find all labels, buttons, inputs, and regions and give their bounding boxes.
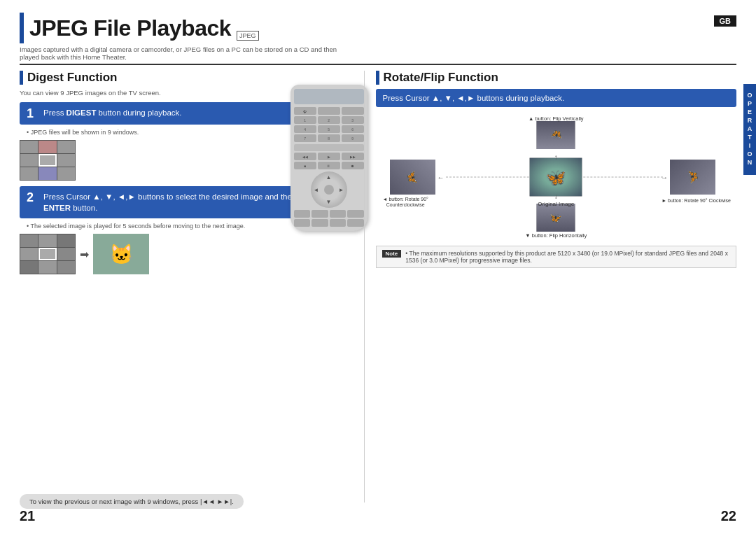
rbtn: 4 <box>294 125 316 133</box>
rbtn: 5 <box>318 125 340 133</box>
right-section-title: Rotate/Flip Function <box>376 71 736 85</box>
thumb-cell <box>20 154 38 167</box>
rotate-diagram: ▲ button: Flip Vertically ▼ button: Flip… <box>376 114 736 240</box>
header: JPEG File Playback JPEG Images captured … <box>20 13 736 65</box>
diag-left-label: ◄ button: Rotate 90°Counterclockwise <box>383 197 428 209</box>
remote-dpad: ◄ ► <box>311 171 347 208</box>
diag-right-image <box>670 160 715 195</box>
page-title: JPEG File Playback <box>29 15 231 41</box>
next-arrow-icon: ➡ <box>80 248 89 261</box>
rbtn: ▶ <box>318 153 340 160</box>
rbtn <box>312 210 328 218</box>
rbtn <box>294 210 311 218</box>
title-badge: JPEG <box>237 31 259 41</box>
thumb-cell <box>57 248 75 260</box>
thumb-cell-center <box>38 154 56 167</box>
page-num-right: 22 <box>721 508 736 524</box>
remote-top-buttons: ⏻ 1 2 3 4 5 6 7 8 9 <box>294 107 364 142</box>
remote-mid-buttons: ◀◀ ▶ ▶▶ ■ ⏸ ⏺ <box>294 153 364 169</box>
left-section-title: Digest Function <box>20 71 353 85</box>
rbtn <box>330 210 346 218</box>
page-container: JPEG File Playback JPEG Images captured … <box>0 0 756 534</box>
thumb-cell <box>38 261 56 274</box>
thumb-cell <box>20 141 38 153</box>
title-row: JPEG File Playback JPEG <box>20 13 356 43</box>
remote-screen <box>294 89 364 104</box>
rbtn-wide <box>294 144 364 151</box>
section-title-bar <box>20 71 23 85</box>
top-img <box>537 121 575 149</box>
note-label: Note <box>382 250 402 258</box>
rbtn: 7 <box>294 134 316 142</box>
header-left: JPEG File Playback JPEG Images captured … <box>20 13 356 61</box>
bottom-tip: To view the previous or next image with … <box>20 494 244 509</box>
left-section: Digest Function You can view 9 JPEG imag… <box>20 71 364 503</box>
thumb-cell <box>57 141 75 153</box>
rbtn <box>347 219 364 227</box>
diag-right-label: ► button: Rotate 90° Clockwise <box>662 198 731 204</box>
remote: ⏻ 1 2 3 4 5 6 7 8 9 ◀ <box>290 85 368 231</box>
thumb-cell <box>57 234 75 247</box>
thumb-cell <box>57 261 75 274</box>
thumb-cell <box>20 234 38 247</box>
thumb-cell <box>20 261 38 274</box>
arrow-up-icon: ↑ <box>554 153 558 161</box>
diag-center-image <box>530 158 582 197</box>
thumb-grid-2 <box>20 234 76 274</box>
right-section: Rotate/Flip Function Press Cursor ▲, ▼, … <box>364 71 736 503</box>
rbtn: ⏸ <box>318 162 340 169</box>
step2-number: 2 <box>27 191 38 204</box>
arrow-right-icon: → <box>661 174 668 181</box>
rbtn <box>347 210 364 218</box>
note-box: Note • The maximum resolutions supported… <box>376 246 736 268</box>
operation-text: OPERATION <box>746 92 753 167</box>
gb-badge: GB <box>714 15 737 27</box>
diag-center-label: Original Image <box>538 201 574 207</box>
step1-number: 1 <box>27 107 38 120</box>
thumb-cell <box>57 167 75 180</box>
rbtn: 8 <box>318 134 340 142</box>
rbtn: 2 <box>318 116 340 124</box>
thumb-grid <box>20 140 76 181</box>
header-subtitle: Images captured with a digital camera or… <box>20 45 356 61</box>
rbtn <box>318 107 340 115</box>
remote-bottom-buttons <box>294 210 364 227</box>
content-area: Digest Function You can view 9 JPEG imag… <box>20 71 736 503</box>
thumb-cell-selected <box>38 248 56 260</box>
rotate-box-text: Press Cursor ▲, ▼, ◄,► buttons during pl… <box>383 94 565 102</box>
rbtn <box>312 219 328 227</box>
rbtn: 9 <box>342 134 364 142</box>
diag-left-image <box>390 160 435 195</box>
rbtn <box>342 107 364 115</box>
center-img <box>530 158 582 197</box>
arrow-left-icon: ← <box>438 174 444 181</box>
rbtn: 6 <box>342 125 364 133</box>
section-title-bar-right <box>376 71 379 85</box>
rbtn: ⏺ <box>342 162 364 169</box>
thumb-cell <box>38 141 56 153</box>
diag-top-label: ▲ button: Flip Vertically <box>528 115 584 122</box>
rbtn <box>294 219 311 227</box>
thumb-cell <box>20 167 38 180</box>
step2-thumb-cat <box>93 234 149 274</box>
step1-text: Press DIGEST button during playback. <box>43 107 182 118</box>
rbtn: ⏻ <box>294 107 316 115</box>
diag-bottom-image <box>537 204 575 232</box>
rotate-box: Press Cursor ▲, ▼, ◄,► buttons during pl… <box>376 89 736 107</box>
rbtn: 3 <box>342 116 364 124</box>
step2-thumb-grid <box>20 234 76 274</box>
bottom-tip-text: To view the previous or next image with … <box>29 498 234 505</box>
digest-thumb <box>20 140 76 181</box>
page-num-left: 21 <box>20 508 35 524</box>
rbtn: ▶▶ <box>342 153 364 160</box>
title-blue-bar <box>20 13 24 43</box>
page-numbers: 21 22 <box>0 508 756 524</box>
rbtn: 1 <box>294 116 316 124</box>
thumb-cell <box>38 167 56 180</box>
diag-bottom-label: ▼ button: Flip Horizontally <box>525 232 587 239</box>
left-img <box>390 160 435 195</box>
thumb-cell <box>38 234 56 247</box>
diag-top-image <box>537 121 575 149</box>
thumb-cell <box>20 248 38 260</box>
thumb-cell <box>57 154 75 167</box>
